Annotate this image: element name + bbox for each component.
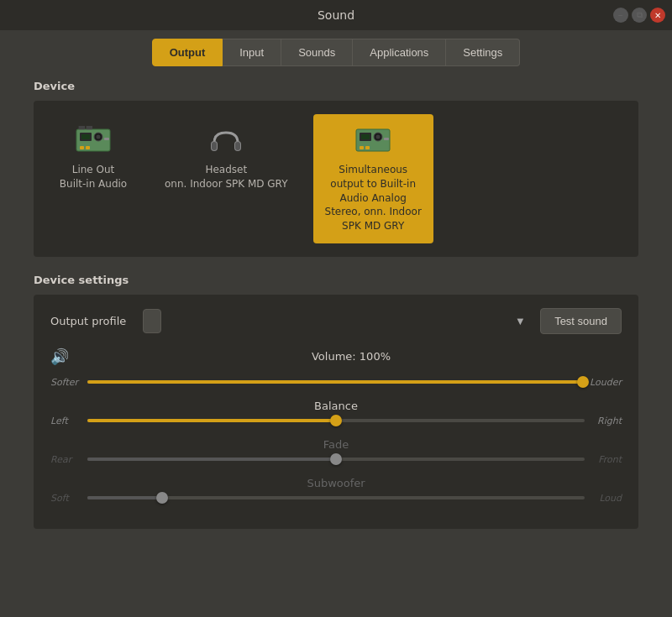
right-label: Right bbox=[591, 416, 622, 426]
device-name-simultaneous: Simultaneous output to Built-in Audio An… bbox=[325, 163, 422, 233]
front-label: Front bbox=[591, 454, 622, 465]
volume-slider-track[interactable] bbox=[87, 380, 583, 384]
fade-slider-section: Fade Rear Front bbox=[50, 438, 622, 465]
tab-applications[interactable]: Applications bbox=[353, 39, 446, 66]
tab-output[interactable]: Output bbox=[152, 39, 223, 66]
output-profile-select[interactable] bbox=[143, 309, 161, 333]
rear-label: Rear bbox=[50, 454, 81, 465]
svg-rect-6 bbox=[86, 146, 90, 149]
profile-label: Output profile bbox=[50, 315, 134, 327]
volume-row: 🔊 Volume: 100% bbox=[50, 348, 622, 365]
svg-rect-19 bbox=[365, 146, 370, 149]
svg-text:⬛⬛: ⬛⬛ bbox=[78, 126, 93, 130]
settings-container: Output profile Test sound 🔊 Volume: 100%… bbox=[34, 295, 638, 529]
subwoofer-slider-row: Soft Loud bbox=[50, 493, 622, 504]
subwoofer-slider-fill bbox=[87, 496, 162, 499]
balance-title: Balance bbox=[50, 400, 622, 412]
svg-rect-7 bbox=[104, 138, 109, 140]
softer-label: Softer bbox=[50, 377, 81, 388]
fade-title: Fade bbox=[50, 438, 622, 451]
device-item-line-out[interactable]: ⬛⬛ Line Out Built-in Audio bbox=[47, 114, 139, 201]
fade-slider-track[interactable] bbox=[87, 458, 585, 461]
svg-rect-20 bbox=[384, 138, 389, 140]
subwoofer-slider-thumb[interactable] bbox=[156, 492, 168, 504]
balance-slider-thumb[interactable] bbox=[330, 415, 342, 426]
tab-input[interactable]: Input bbox=[223, 39, 281, 66]
volume-label: Volume: 100% bbox=[81, 350, 622, 363]
tab-settings[interactable]: Settings bbox=[446, 39, 520, 66]
minimize-button[interactable]: − bbox=[613, 8, 628, 23]
restore-button[interactable]: ⧉ bbox=[632, 8, 647, 23]
main-content: Device ⬛⬛ bbox=[0, 66, 672, 617]
output-profile-select-wrapper bbox=[143, 309, 532, 333]
device-name-line-out: Line Out Built-in Audio bbox=[60, 163, 127, 191]
louder-label: Louder bbox=[590, 377, 622, 388]
svg-point-4 bbox=[97, 135, 101, 139]
svg-rect-5 bbox=[80, 146, 84, 149]
simultaneous-audio-icon bbox=[353, 124, 393, 158]
device-grid: ⬛⬛ Line Out Built-in Audio bbox=[47, 114, 625, 243]
device-item-headset[interactable]: Headset onn. Indoor SPK MD GRY bbox=[153, 114, 300, 201]
balance-slider-fill bbox=[87, 419, 336, 422]
profile-row: Output profile Test sound bbox=[50, 308, 622, 334]
tab-sounds[interactable]: Sounds bbox=[281, 39, 353, 66]
window-title: Sound bbox=[318, 8, 354, 22]
volume-slider-thumb[interactable] bbox=[577, 376, 589, 388]
device-section-label: Device bbox=[34, 80, 638, 92]
svg-rect-11 bbox=[212, 142, 217, 150]
tabbar: Output Input Sounds Applications Setting… bbox=[0, 30, 672, 66]
device-settings-label: Device settings bbox=[34, 274, 638, 286]
svg-rect-12 bbox=[235, 142, 240, 150]
balance-slider-row: Left Right bbox=[50, 416, 622, 426]
device-container: ⬛⬛ Line Out Built-in Audio bbox=[34, 101, 638, 257]
titlebar: Sound − ⧉ ✕ bbox=[0, 0, 672, 30]
headset-icon bbox=[206, 124, 246, 158]
volume-slider-row: Softer Louder bbox=[50, 377, 622, 388]
subwoofer-slider-track[interactable] bbox=[87, 496, 585, 499]
device-item-simultaneous[interactable]: Simultaneous output to Built-in Audio An… bbox=[313, 114, 433, 243]
volume-icon: 🔊 bbox=[50, 348, 71, 365]
subwoofer-slider-section: Subwoofer Soft Loud bbox=[50, 477, 622, 504]
device-name-headset: Headset onn. Indoor SPK MD GRY bbox=[165, 163, 288, 191]
fade-slider-fill bbox=[87, 458, 336, 461]
svg-rect-18 bbox=[360, 146, 364, 149]
volume-slider-section: Softer Louder bbox=[50, 377, 622, 388]
svg-rect-2 bbox=[81, 134, 90, 139]
soft-label: Soft bbox=[50, 493, 81, 504]
svg-point-17 bbox=[376, 135, 381, 139]
fade-slider-thumb[interactable] bbox=[330, 453, 342, 465]
loud-label: Loud bbox=[591, 493, 622, 504]
main-window: Sound − ⧉ ✕ Output Input Sounds Applicat… bbox=[0, 0, 672, 617]
window-controls: − ⧉ ✕ bbox=[613, 8, 665, 23]
left-label: Left bbox=[50, 416, 81, 426]
audio-card-icon: ⬛⬛ bbox=[73, 124, 113, 158]
test-sound-button[interactable]: Test sound bbox=[540, 308, 622, 334]
volume-slider-fill bbox=[87, 380, 583, 384]
svg-rect-15 bbox=[361, 134, 370, 139]
subwoofer-title: Subwoofer bbox=[50, 477, 622, 489]
fade-slider-row: Rear Front bbox=[50, 454, 622, 465]
balance-slider-track[interactable] bbox=[87, 419, 585, 422]
close-button[interactable]: ✕ bbox=[650, 8, 665, 23]
balance-slider-section: Balance Left Right bbox=[50, 400, 622, 426]
